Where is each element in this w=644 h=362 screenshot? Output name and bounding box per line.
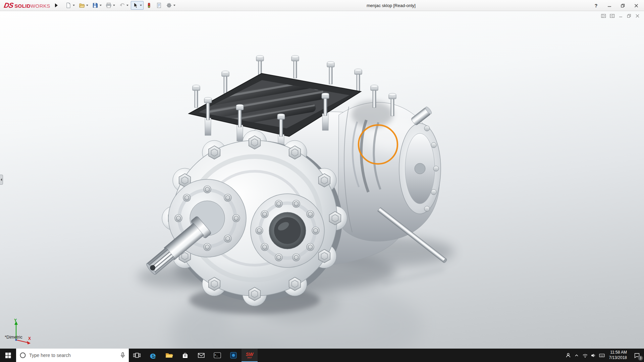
cortana-icon [19, 352, 26, 359]
people-button[interactable] [564, 349, 573, 362]
dropdown-caret-icon [140, 5, 142, 6]
command-prompt-button[interactable]: >_ [209, 349, 225, 362]
rebuild-traffic-light-icon [146, 2, 152, 8]
speaker-icon [591, 353, 596, 358]
dropdown-caret-icon [73, 5, 75, 6]
orientation-triad: Y X [7, 318, 35, 347]
mail-envelope-icon [198, 352, 205, 358]
save-button[interactable] [91, 1, 103, 10]
clock-date: 7/13/2018 [609, 355, 627, 361]
new-document-icon [65, 2, 71, 8]
open-folder-icon [79, 2, 85, 8]
volume-button[interactable] [589, 349, 598, 362]
dropdown-caret-icon [126, 5, 128, 6]
save-floppy-icon [92, 2, 98, 8]
triad-y-label: Y [14, 318, 17, 323]
select-arrow-icon [132, 2, 139, 8]
action-center-button[interactable]: 3 [630, 349, 644, 362]
dropdown-caret-icon [113, 5, 115, 6]
menu-expand-arrow-icon[interactable] [55, 3, 58, 7]
logo-ds: DS [3, 1, 14, 9]
main-toolbar [64, 1, 177, 10]
tray-overflow-button[interactable] [573, 349, 581, 362]
file-explorer-button[interactable] [161, 349, 177, 362]
store-button[interactable] [177, 349, 193, 362]
dropdown-caret-icon [173, 5, 175, 6]
window-controls: ? [593, 0, 639, 11]
taskbar-clock[interactable]: 11:58 AM 7/13/2018 [606, 350, 630, 360]
edge-button[interactable]: e [145, 349, 161, 362]
pane-right-button[interactable] [610, 13, 615, 19]
search-input[interactable] [29, 353, 117, 358]
notification-badge: 3 [638, 356, 643, 361]
undo-button[interactable] [117, 1, 130, 10]
document-window-controls [601, 13, 640, 19]
doc-minimize-button[interactable] [619, 13, 623, 19]
minimize-icon [607, 4, 611, 8]
logo-works: WORKS [31, 3, 50, 9]
close-button[interactable] [633, 3, 639, 9]
microphone-icon[interactable] [120, 352, 125, 359]
solidworks-app-icon: SW 2017 [246, 352, 254, 359]
clock-time: 11:58 AM [609, 350, 627, 355]
triad-x-label: X [28, 336, 31, 341]
feature-pane-handle[interactable] [0, 175, 3, 185]
open-button[interactable] [77, 1, 90, 10]
app-button-unknown[interactable] [225, 349, 241, 362]
dropdown-caret-icon [100, 5, 102, 6]
edge-icon: e [150, 351, 156, 360]
mail-button[interactable] [193, 349, 209, 362]
graphics-viewport[interactable]: Y X *Dimetric [0, 11, 644, 349]
print-icon [106, 2, 112, 8]
touch-keyboard-button[interactable] [598, 349, 606, 362]
window-title: menjac sklop [Read-only] [367, 0, 416, 11]
doc-restore-button[interactable] [627, 13, 632, 19]
new-document-button[interactable] [64, 1, 76, 10]
logo-solid: SOLID [14, 3, 31, 9]
file-explorer-icon [165, 352, 173, 359]
task-view-icon [133, 352, 141, 358]
people-icon [566, 353, 571, 358]
solidworks-logo[interactable]: DS SOLID WORKS [4, 1, 50, 9]
solidworks-taskbar-button[interactable]: SW 2017 [241, 349, 258, 362]
chevron-up-icon [574, 353, 579, 358]
console-glyph: >_ [214, 354, 218, 357]
dropdown-caret-icon [86, 5, 88, 6]
undo-icon [119, 2, 125, 8]
store-bag-icon [181, 352, 189, 359]
gearbox-3d-model[interactable] [127, 35, 470, 356]
file-properties-button[interactable] [154, 1, 164, 10]
view-orientation-label: *Dimetric [5, 335, 22, 340]
network-button[interactable] [581, 349, 589, 362]
system-tray: 11:58 AM 7/13/2018 3 [564, 349, 644, 362]
options-gear-icon [166, 2, 172, 8]
close-icon [634, 4, 638, 8]
select-tool-button[interactable] [131, 1, 144, 10]
options-button[interactable] [164, 1, 177, 10]
minimize-button[interactable] [606, 3, 612, 9]
task-view-button[interactable] [129, 349, 145, 362]
restore-icon [621, 4, 625, 8]
help-button[interactable]: ? [593, 3, 599, 9]
keyboard-icon [599, 353, 605, 358]
restore-button[interactable] [620, 3, 626, 9]
start-button[interactable] [0, 349, 16, 362]
titlebar: DS SOLID WORKS [0, 0, 644, 11]
taskbar-search[interactable] [16, 349, 129, 362]
windows-taskbar: e >_ SW 2017 [0, 349, 644, 362]
windows-logo-icon [5, 353, 11, 358]
doc-close-button[interactable] [635, 13, 640, 19]
wifi-icon [582, 353, 588, 358]
rebuild-button[interactable] [144, 1, 154, 10]
blue-app-icon [230, 352, 237, 359]
print-button[interactable] [104, 1, 117, 10]
pane-left-icon [601, 14, 606, 18]
doc-close-icon [635, 14, 640, 18]
pane-right-icon [610, 14, 615, 18]
pane-left-button[interactable] [601, 13, 606, 19]
doc-minimize-icon [619, 14, 623, 18]
doc-restore-icon [627, 14, 632, 18]
file-properties-icon [156, 2, 162, 8]
